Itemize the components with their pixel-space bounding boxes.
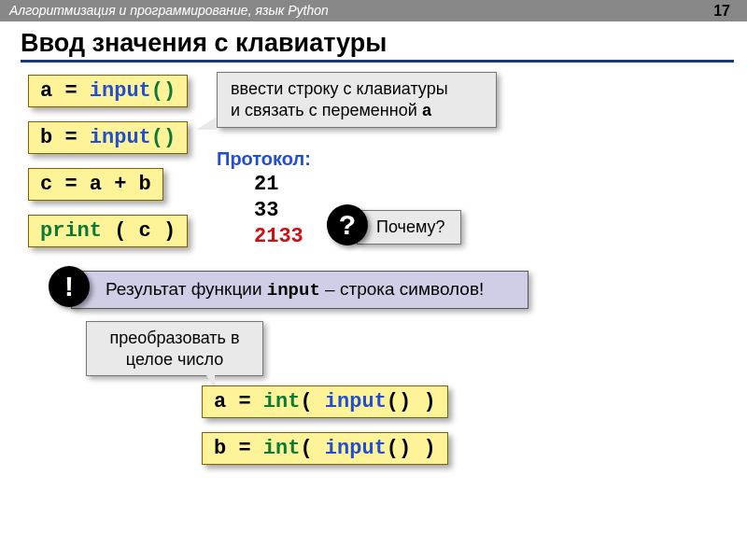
question-badge: ? [327, 204, 368, 245]
code-int-b: b = int( input() ) [202, 432, 448, 465]
exclaim-icon: ! [64, 271, 74, 302]
callout-pointer-1 [196, 107, 217, 130]
code-line-4: print ( c ) [28, 215, 188, 247]
title-underline [21, 60, 734, 63]
callout-result: Результат функции input – строка символо… [71, 271, 529, 309]
code-line-1: a = input() [28, 75, 188, 107]
course-title: Алгоритмизация и программирование, язык … [9, 3, 329, 18]
protocol-label: Протокол: [217, 148, 311, 170]
callout-input-explain: ввести строку с клавиатуры и связать с п… [217, 72, 497, 128]
protocol-value-1: 21 [254, 173, 278, 196]
course-header: Алгоритмизация и программирование, язык … [0, 0, 747, 21]
code-int-a: a = int( input() ) [202, 385, 448, 418]
protocol-value-2: 33 [254, 199, 278, 222]
question-mark-icon: ? [339, 209, 356, 241]
page-number: 17 [713, 3, 730, 20]
code-line-2: b = input() [28, 121, 188, 154]
callout-why: Почему? [357, 210, 461, 245]
page-title: Ввод значения с клавиатуры [21, 29, 747, 58]
exclaim-badge: ! [49, 266, 90, 307]
protocol-value-3: 2133 [254, 225, 303, 248]
callout-convert: преобразовать в целое число [86, 321, 263, 376]
code-line-3: c = a + b [28, 168, 163, 201]
